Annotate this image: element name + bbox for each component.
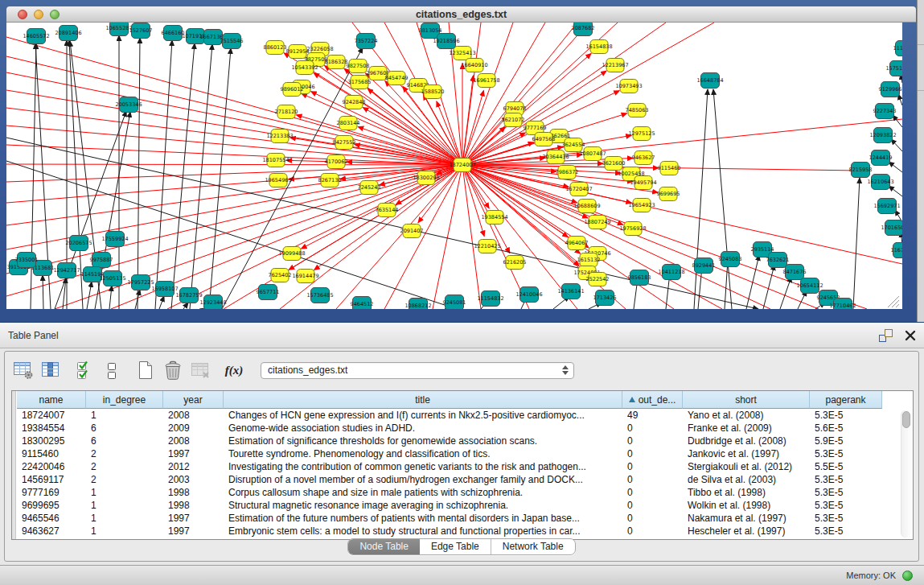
network-node[interactable] [353,297,372,310]
network-node[interactable] [277,105,295,119]
network-node[interactable] [872,150,890,166]
network-node[interactable] [223,34,241,49]
network-node[interactable] [605,157,622,171]
network-node[interactable] [424,85,441,99]
resize-grip-icon[interactable] [896,304,899,307]
close-panel-icon[interactable] [905,330,916,341]
network-node[interactable] [180,288,199,303]
network-node[interactable] [156,282,175,297]
network-node[interactable] [558,166,576,179]
column-header-pagerank[interactable]: pagerank [810,391,882,409]
create-column-button[interactable] [133,358,158,382]
show-columns-button[interactable] [39,358,63,382]
network-node[interactable] [421,23,440,39]
network-node[interactable] [70,236,88,251]
network-node[interactable] [660,162,678,175]
deselect-rows-button[interactable] [100,358,124,382]
network-node[interactable] [132,275,150,290]
network-node[interactable] [695,258,713,274]
table-row[interactable]: 1938455462009Genome-wide association stu… [17,422,913,435]
network-node[interactable] [360,181,378,195]
network-node[interactable] [271,130,289,143]
network-node[interactable] [634,151,652,165]
network-node[interactable] [403,225,421,238]
network-node[interactable] [596,290,614,306]
tab-network-table[interactable]: Network Table [491,539,575,554]
column-header-out_de[interactable]: out_de... [622,391,683,409]
network-node[interactable] [580,253,598,267]
column-header-short[interactable]: short [683,391,810,409]
network-node[interactable] [482,291,500,307]
network-node[interactable] [606,59,624,72]
table-row[interactable]: 1456911722003Disruption of a novel membe… [17,473,913,486]
network-node[interactable] [269,174,287,187]
network-node[interactable] [388,72,405,85]
network-node[interactable] [187,29,205,44]
network-node[interactable] [885,220,903,236]
network-node[interactable] [297,270,314,283]
network-node[interactable] [834,299,852,310]
network-node[interactable] [504,113,522,127]
network-node[interactable] [478,240,496,253]
table-row[interactable]: 969969511998Structural magnetic resonanc… [17,499,913,512]
network-node[interactable] [132,23,150,39]
network-node[interactable] [437,34,456,49]
network-node[interactable] [701,73,720,89]
network-node[interactable] [466,59,483,72]
network-node[interactable] [60,26,78,41]
network-node[interactable] [589,273,606,286]
network-node[interactable] [578,200,596,213]
network-node[interactable] [486,211,503,225]
network-node[interactable] [478,74,495,88]
network-node[interactable] [590,40,608,54]
network-node[interactable] [289,45,306,59]
network-node[interactable] [378,204,396,217]
table-vertical-scrollbar[interactable] [901,410,911,538]
network-node[interactable] [535,133,552,146]
network-node[interactable] [506,256,524,270]
delete-columns-button[interactable] [161,358,185,382]
network-node[interactable] [769,253,787,268]
column-header-in_degree[interactable]: in_degree [86,391,163,409]
network-node[interactable] [345,96,363,109]
network-node[interactable] [446,295,464,310]
network-node[interactable] [204,30,223,45]
network-node[interactable] [283,247,301,261]
network-node[interactable] [266,41,284,55]
network-node[interactable] [454,159,471,172]
network-node[interactable] [574,23,593,36]
network-node[interactable] [872,175,890,190]
table-mode-button[interactable] [11,358,35,382]
network-node[interactable] [659,187,677,201]
network-node[interactable] [520,287,539,303]
network-node[interactable] [104,271,122,286]
network-node[interactable] [267,154,285,167]
float-panel-icon[interactable] [879,329,893,342]
network-node[interactable] [876,104,894,119]
network-node[interactable] [878,199,897,214]
network-node[interactable] [633,199,651,212]
tab-node-table[interactable]: Node Table [348,539,420,554]
table-row[interactable]: 946554611997Estimation of the future num… [17,512,913,525]
network-node[interactable] [339,117,357,130]
network-node[interactable] [335,136,353,150]
table-row[interactable]: 2242004622012Investigating the contribut… [17,460,913,473]
table-row[interactable]: 946362711997Embryonic stem cells: a mode… [17,525,913,538]
delete-table-button-disabled[interactable] [188,358,212,382]
network-node[interactable] [630,270,649,286]
network-node[interactable] [327,155,345,169]
network-node[interactable] [570,183,588,196]
network-node[interactable] [852,163,870,178]
network-node[interactable] [351,76,368,89]
network-node[interactable] [321,174,339,187]
network-window-titlebar[interactable]: citations_edges.txt [6,6,916,23]
network-node[interactable] [874,128,893,143]
network-node[interactable] [327,56,345,69]
table-row[interactable]: 1872400712008Changes of HCN gene express… [17,409,913,422]
column-header-title[interactable]: title [224,391,622,409]
network-node[interactable] [164,26,183,41]
network-node[interactable] [633,127,651,141]
network-node[interactable] [547,150,565,164]
network-node[interactable] [568,237,585,250]
table-row[interactable]: 1830029562008Estimation of significance … [17,435,913,447]
